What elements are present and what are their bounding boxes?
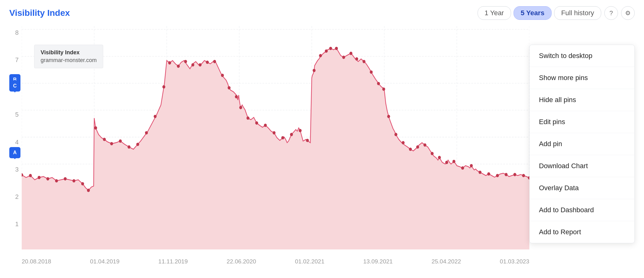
x-label: 13.09.2021 bbox=[363, 258, 393, 265]
menu-item-show-more-pins[interactable]: Show more pins bbox=[530, 67, 634, 89]
svg-point-51 bbox=[281, 136, 284, 140]
y-label: 8 bbox=[9, 29, 19, 36]
y-label: 2 bbox=[9, 193, 19, 200]
svg-point-77 bbox=[461, 166, 464, 170]
svg-point-45 bbox=[235, 95, 238, 98]
context-menu: Switch to desktopShow more pinsHide all … bbox=[529, 45, 635, 243]
svg-point-23 bbox=[64, 177, 67, 181]
svg-point-73 bbox=[431, 152, 434, 155]
y-axis-labels: 87654321 bbox=[9, 26, 19, 231]
svg-point-70 bbox=[409, 148, 412, 151]
menu-item-download-chart[interactable]: Download Chart bbox=[530, 155, 634, 177]
menu-item-add-to-report[interactable]: Add to Report bbox=[530, 221, 634, 243]
menu-item-edit-pins[interactable]: Edit pins bbox=[530, 111, 634, 133]
tooltip-label: Visibility Index bbox=[41, 49, 97, 56]
svg-point-72 bbox=[423, 143, 426, 147]
svg-point-42 bbox=[213, 60, 216, 63]
y-label: 1 bbox=[9, 221, 19, 228]
svg-point-22 bbox=[55, 179, 58, 182]
svg-point-36 bbox=[168, 61, 171, 65]
svg-point-64 bbox=[370, 70, 373, 74]
svg-point-39 bbox=[192, 63, 194, 67]
menu-item-add-to-dashboard[interactable]: Add to Dashboard bbox=[530, 199, 634, 221]
svg-point-54 bbox=[306, 139, 309, 142]
menu-item-switch-desktop[interactable]: Switch to desktop bbox=[530, 45, 634, 67]
svg-point-58 bbox=[329, 47, 332, 50]
svg-point-48 bbox=[255, 121, 258, 125]
svg-point-27 bbox=[94, 126, 97, 130]
svg-point-81 bbox=[496, 174, 499, 177]
svg-point-29 bbox=[110, 142, 113, 146]
svg-point-40 bbox=[199, 63, 201, 67]
menu-item-hide-all-pins[interactable]: Hide all pins bbox=[530, 89, 634, 111]
svg-point-34 bbox=[154, 115, 157, 118]
main-container: Visibility Index 1 Year5 YearsFull histo… bbox=[0, 0, 644, 278]
svg-point-76 bbox=[452, 160, 455, 163]
svg-point-55 bbox=[313, 69, 315, 72]
svg-point-28 bbox=[103, 138, 106, 141]
menu-item-add-pin[interactable]: Add pin bbox=[530, 133, 634, 155]
svg-point-31 bbox=[128, 145, 130, 149]
pin-c[interactable]: C bbox=[9, 80, 20, 92]
svg-point-63 bbox=[363, 60, 365, 63]
svg-point-46 bbox=[239, 106, 242, 109]
time-btn-5-years[interactable]: 5 Years bbox=[514, 6, 552, 20]
svg-point-20 bbox=[37, 176, 40, 179]
chart-tooltip: Visibility Index grammar-monster.com bbox=[34, 45, 103, 68]
svg-point-35 bbox=[162, 85, 165, 89]
x-label: 22.06.2020 bbox=[227, 258, 256, 265]
header-controls: 1 Year5 YearsFull history ? ⚙ bbox=[478, 6, 635, 20]
svg-point-62 bbox=[355, 57, 358, 61]
y-label: 4 bbox=[9, 139, 19, 146]
x-label: 01.04.2019 bbox=[90, 258, 119, 265]
settings-button[interactable]: ⚙ bbox=[621, 6, 635, 20]
svg-point-56 bbox=[319, 54, 322, 57]
svg-point-21 bbox=[46, 177, 49, 181]
svg-point-69 bbox=[402, 141, 404, 145]
help-button[interactable]: ? bbox=[604, 6, 618, 20]
svg-point-57 bbox=[325, 49, 328, 53]
x-label: 01.03.2023 bbox=[500, 258, 529, 265]
svg-point-84 bbox=[522, 174, 525, 177]
chart-fill bbox=[22, 48, 529, 249]
time-btn-full-history[interactable]: Full history bbox=[554, 6, 601, 20]
svg-point-82 bbox=[505, 173, 507, 176]
svg-point-61 bbox=[350, 52, 352, 55]
svg-point-79 bbox=[479, 171, 481, 174]
x-label: 11.11.2019 bbox=[158, 258, 188, 265]
page-title: Visibility Index bbox=[9, 8, 70, 18]
svg-point-75 bbox=[445, 161, 448, 164]
chart-area: 87654321 bbox=[9, 26, 635, 249]
svg-point-37 bbox=[177, 65, 180, 68]
y-label: 3 bbox=[9, 166, 19, 173]
svg-point-66 bbox=[382, 87, 385, 91]
svg-point-83 bbox=[514, 173, 516, 176]
svg-point-38 bbox=[184, 60, 187, 63]
time-btn-1-year[interactable]: 1 Year bbox=[478, 6, 511, 20]
svg-point-30 bbox=[119, 139, 122, 143]
x-label: 25.04.2022 bbox=[431, 258, 461, 265]
svg-point-25 bbox=[81, 182, 84, 186]
svg-point-71 bbox=[416, 145, 419, 149]
svg-point-41 bbox=[206, 61, 209, 64]
y-label: 7 bbox=[9, 56, 19, 64]
svg-point-53 bbox=[299, 129, 302, 132]
tooltip-domain: grammar-monster.com bbox=[41, 57, 97, 64]
pin-a[interactable]: A bbox=[9, 147, 20, 158]
menu-item-overlay-data[interactable]: Overlay Data bbox=[530, 177, 634, 199]
svg-point-49 bbox=[264, 123, 267, 127]
y-label: 5 bbox=[9, 111, 19, 118]
x-label: 01.02.2021 bbox=[295, 258, 324, 265]
x-label: 20.08.2018 bbox=[22, 258, 51, 265]
svg-point-24 bbox=[73, 179, 75, 182]
x-axis: 20.08.201801.04.201911.11.201922.06.2020… bbox=[22, 258, 529, 265]
svg-point-43 bbox=[221, 74, 224, 77]
svg-point-50 bbox=[273, 131, 276, 135]
svg-point-19 bbox=[29, 174, 32, 177]
time-button-group: 1 Year5 YearsFull history bbox=[478, 6, 601, 20]
svg-point-80 bbox=[487, 172, 490, 176]
svg-point-74 bbox=[438, 156, 441, 159]
svg-point-32 bbox=[136, 143, 139, 146]
svg-point-44 bbox=[228, 86, 231, 90]
svg-point-68 bbox=[395, 133, 397, 136]
